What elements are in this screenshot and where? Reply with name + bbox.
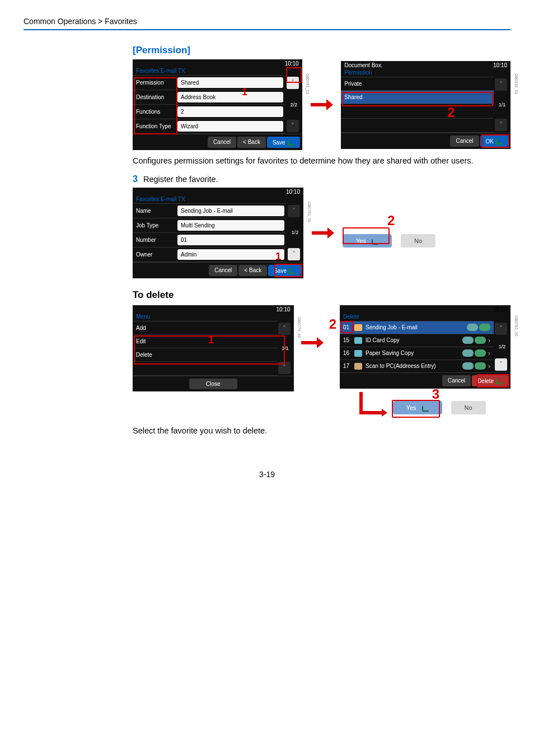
figure-id: GB0779_00 — [298, 317, 302, 338]
clock: 10:10 — [493, 62, 507, 68]
row-num: 15 — [343, 337, 353, 343]
value-functiontype[interactable]: Wizard — [177, 121, 283, 132]
no-button[interactable]: No — [451, 401, 486, 414]
divider — [24, 29, 510, 30]
value-functions[interactable]: 2 — [177, 106, 283, 117]
ok-button[interactable]: OK — [480, 136, 508, 147]
enter-icon — [288, 140, 294, 146]
list-item[interactable]: 15 ID Card Copy › — [340, 334, 494, 347]
badge-icon — [475, 337, 486, 344]
cancel-button[interactable]: Cancel — [208, 137, 236, 148]
label-functiontype: Function Type — [133, 120, 177, 133]
panel-subtitle: Permission — [341, 69, 510, 77]
option-private[interactable]: Private — [341, 77, 494, 90]
figure-id: GB0192_01 — [514, 73, 518, 94]
value-name[interactable]: Sending Job - E-mail — [177, 206, 284, 216]
yes-button[interactable]: Yes — [343, 234, 392, 248]
menu-add[interactable]: Add — [133, 321, 277, 334]
arrow-right-icon — [301, 339, 324, 347]
cancel-button[interactable]: Cancel — [209, 265, 237, 276]
no-button[interactable]: No — [401, 234, 435, 248]
step-number: 3 — [133, 174, 138, 184]
scroll-up-icon[interactable]: ˄ — [288, 205, 300, 217]
scroll-down-icon[interactable]: ˅ — [287, 120, 299, 132]
scroll-up-icon[interactable]: ˄ — [495, 78, 507, 91]
label-functions: Functions — [133, 105, 177, 118]
value-number[interactable]: 01 — [177, 235, 284, 245]
delete-button[interactable]: Delete — [472, 375, 508, 386]
enter-icon — [422, 406, 429, 412]
enter-icon — [496, 379, 503, 384]
row-label: Sending Job - E-mail — [363, 324, 467, 330]
option-shared[interactable]: Shared — [341, 91, 494, 104]
to-delete-heading: To delete — [133, 290, 510, 301]
favorites-panel-permission: 10:10 Favorites:E-mail TX PermissionShar… — [133, 59, 302, 150]
scroll-down-icon[interactable]: ˅ — [495, 358, 507, 371]
list-item[interactable]: 16 Paper Saving Copy › — [340, 347, 494, 360]
body-text: Configures permission settings for favor… — [133, 156, 510, 166]
figure-id: GB0782_00 — [514, 315, 518, 336]
label-destination: Destination — [133, 91, 177, 104]
list-item[interactable]: 01 Sending Job - E-mail — [340, 321, 494, 334]
row-num: 01 — [343, 324, 353, 330]
back-button[interactable]: < Back — [237, 137, 266, 148]
callout-1: 1 — [242, 86, 247, 98]
list-item[interactable]: 17 Scan to PC(Addreess Entry) › — [340, 360, 494, 372]
body-text: Select the favorite you wish to delete. — [133, 426, 510, 436]
cancel-button[interactable]: Cancel — [442, 375, 471, 386]
menu-panel: 10:10 Menu Add Edit Delete ˄ 1/1 ˅ — [133, 305, 294, 391]
badge-icon — [479, 324, 490, 331]
callout-2: 2 — [447, 105, 455, 120]
clock: 10:10 — [286, 189, 300, 195]
permission-select-panel: Document Box. 10:10 Permission Private S… — [341, 61, 510, 149]
callout-2: 2 — [387, 213, 395, 228]
panel-title: Menu — [133, 314, 294, 321]
value-owner[interactable]: Admin — [177, 249, 284, 260]
badge-icon — [475, 349, 486, 357]
elbow-arrow-icon — [359, 392, 382, 414]
panel-title: Favorites:E-mail TX — [133, 68, 302, 75]
arrow-right-icon — [312, 229, 334, 237]
panel-title: Document Box. — [344, 62, 382, 68]
save-button[interactable]: Save — [268, 265, 301, 276]
badge-icon — [467, 324, 478, 331]
arrow-right-icon — [311, 101, 333, 109]
value-destination[interactable]: Address Book — [177, 92, 283, 102]
row-label: Paper Saving Copy — [363, 350, 462, 356]
figure-id: GB0781_00 — [307, 202, 311, 222]
badge-icon — [462, 337, 474, 344]
value-permission[interactable]: Shared — [177, 77, 283, 88]
pager: 2/2 — [287, 100, 301, 110]
scroll-down-icon[interactable]: ˅ — [278, 362, 291, 374]
label-number: Number — [133, 234, 177, 246]
delete-list-panel: 10:10 Delete 01 Sending Job - E-mail — [340, 305, 510, 389]
panel-title: Delete — [340, 314, 510, 321]
row-label: ID Card Copy — [363, 337, 462, 343]
scroll-up-icon[interactable]: ˄ — [287, 77, 299, 89]
enter-icon — [372, 239, 378, 245]
row-num: 16 — [343, 350, 353, 356]
page-number: 3-19 — [24, 470, 510, 479]
label-owner: Owner — [133, 248, 177, 261]
badge-icon — [462, 349, 474, 357]
scroll-down-icon[interactable]: ˅ — [288, 248, 300, 260]
menu-delete[interactable]: Delete — [133, 348, 277, 361]
chevron-right-icon: › — [486, 337, 490, 344]
callout-3: 3 — [432, 386, 439, 402]
scroll-down-icon[interactable]: ˅ — [495, 119, 507, 131]
panel-title: Favorites:E-mail TX — [133, 196, 303, 203]
back-button[interactable]: < Back — [238, 265, 267, 276]
cancel-button[interactable]: Cancel — [450, 136, 479, 147]
scroll-up-icon[interactable]: ˄ — [495, 323, 507, 335]
menu-edit[interactable]: Edit — [133, 335, 277, 348]
yes-button[interactable]: Yes — [393, 401, 442, 414]
permission-heading: [Permission] — [133, 45, 510, 56]
close-button[interactable]: Close — [189, 379, 237, 389]
clock: 10:10 — [493, 306, 507, 312]
callout-1: 1 — [208, 334, 214, 346]
value-jobtype[interactable]: Multi Sending — [177, 220, 284, 231]
scroll-up-icon[interactable]: ˄ — [278, 323, 291, 335]
callout-2: 2 — [329, 316, 336, 332]
save-button[interactable]: Save — [267, 137, 300, 148]
sending-job-icon — [353, 324, 363, 332]
